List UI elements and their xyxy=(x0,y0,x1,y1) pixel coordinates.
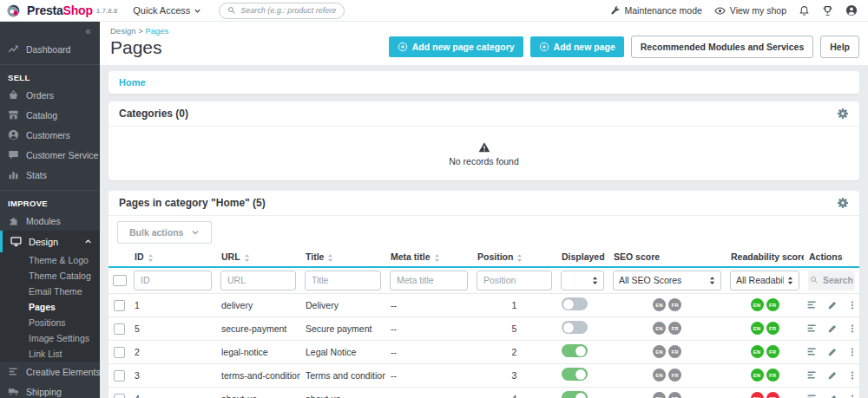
sidebar-item-catalog[interactable]: Catalog xyxy=(0,105,100,125)
displayed-toggle[interactable] xyxy=(562,344,588,357)
sidebar-subitem-positions[interactable]: Positions xyxy=(0,315,100,330)
sidebar-item-customers[interactable]: Customers xyxy=(0,125,100,145)
bulk-actions-button[interactable]: Bulk actions xyxy=(117,221,212,244)
trophy-icon[interactable] xyxy=(822,5,833,16)
details-icon[interactable] xyxy=(806,299,818,310)
column-header-position[interactable]: Position xyxy=(472,249,556,267)
seo-badge-en[interactable]: EN xyxy=(653,322,666,335)
seo-badge-en[interactable]: EN xyxy=(653,298,666,311)
readability-badge-en[interactable]: EN xyxy=(751,345,764,358)
readability-badge-en[interactable]: EN xyxy=(751,369,764,382)
sidebar-item-design[interactable]: Design xyxy=(0,231,100,252)
readability-badge-en[interactable]: EN xyxy=(751,392,764,398)
filter-seo-score-select[interactable]: All SEO Scores xyxy=(613,271,721,290)
add-page-category-button[interactable]: Add new page category xyxy=(389,36,523,57)
sort-icon[interactable] xyxy=(434,253,440,263)
more-actions-icon[interactable] xyxy=(847,370,858,381)
details-icon[interactable] xyxy=(806,323,818,334)
gear-icon[interactable] xyxy=(837,197,849,209)
edit-icon[interactable] xyxy=(827,323,838,334)
sidebar-item-creative-elements[interactable]: Creative Elements xyxy=(0,362,100,382)
bell-icon[interactable] xyxy=(799,5,810,16)
edit-icon[interactable] xyxy=(827,394,838,398)
readability-badge-fr[interactable]: FR xyxy=(766,392,779,398)
sidebar-subitem-pages[interactable]: Pages xyxy=(0,299,100,315)
more-actions-icon[interactable] xyxy=(847,347,858,357)
recommended-modules-button[interactable]: Recommended Modules and Services xyxy=(631,36,813,58)
sidebar-item-stats[interactable]: Stats xyxy=(0,165,100,185)
sidebar-item-shipping[interactable]: Shipping xyxy=(0,382,100,398)
breadcrumb-parent[interactable]: Design xyxy=(110,26,136,36)
displayed-toggle[interactable] xyxy=(562,297,588,310)
readability-badge-fr[interactable]: FR xyxy=(766,298,779,311)
readability-badge-fr[interactable]: FR xyxy=(766,369,779,382)
filter-title-input[interactable] xyxy=(305,271,381,290)
filter-url-input[interactable] xyxy=(220,271,296,290)
sidebar-subitem-theme-logo[interactable]: Theme & Logo xyxy=(0,252,100,268)
row-checkbox[interactable] xyxy=(114,394,125,398)
readability-badge-fr[interactable]: FR xyxy=(766,322,779,335)
column-header-meta-title[interactable]: Meta title xyxy=(385,249,472,267)
more-actions-icon[interactable] xyxy=(847,323,858,334)
help-button[interactable]: Help xyxy=(820,36,859,58)
displayed-toggle[interactable] xyxy=(562,321,588,334)
sidebar-subitem-email-theme[interactable]: Email Theme xyxy=(0,284,100,299)
filter-id-input[interactable] xyxy=(134,271,212,290)
filter-readability-select[interactable]: All Readability Score: xyxy=(730,271,799,290)
maintenance-mode-link[interactable]: Maintenance mode xyxy=(610,5,702,16)
gear-icon[interactable] xyxy=(837,108,849,120)
displayed-toggle[interactable] xyxy=(562,368,588,381)
seo-badge-fr[interactable]: FR xyxy=(668,298,681,311)
row-checkbox[interactable] xyxy=(114,347,125,358)
sort-icon[interactable] xyxy=(327,253,333,263)
filter-meta-title-input[interactable] xyxy=(390,271,468,290)
displayed-toggle[interactable] xyxy=(562,391,588,398)
search-input[interactable] xyxy=(240,6,336,15)
select-all-checkbox[interactable] xyxy=(113,275,127,286)
more-actions-icon[interactable] xyxy=(847,300,858,310)
view-my-shop-link[interactable]: View my shop xyxy=(714,5,786,16)
edit-icon[interactable] xyxy=(827,347,838,357)
details-icon[interactable] xyxy=(806,369,818,381)
edit-icon[interactable] xyxy=(827,370,838,381)
column-header-title[interactable]: Title xyxy=(300,249,385,267)
quick-access-menu[interactable]: Quick Access xyxy=(133,5,201,16)
edit-icon[interactable] xyxy=(827,300,838,310)
sidebar-subitem-image-settings[interactable]: Image Settings xyxy=(0,330,100,346)
row-checkbox[interactable] xyxy=(114,323,125,335)
seo-badge-fr[interactable]: FR xyxy=(668,392,681,398)
readability-badge-en[interactable]: EN xyxy=(751,322,764,335)
column-header-url[interactable]: URL xyxy=(216,249,300,267)
seo-badge-en[interactable]: EN xyxy=(653,392,666,398)
sort-icon[interactable] xyxy=(244,253,250,263)
sort-icon[interactable] xyxy=(516,253,523,263)
sidebar-item-dashboard[interactable]: Dashboard xyxy=(0,39,100,59)
readability-badge-fr[interactable]: FR xyxy=(766,345,779,358)
sidebar-item-modules[interactable]: Modules xyxy=(0,211,100,231)
seo-badge-fr[interactable]: FR xyxy=(668,322,681,335)
more-actions-icon[interactable] xyxy=(847,394,858,398)
home-category-link[interactable]: Home xyxy=(119,77,146,88)
seo-badge-en[interactable]: EN xyxy=(653,345,666,358)
column-header-displayed[interactable]: Displayed xyxy=(556,249,608,267)
filter-position-input[interactable] xyxy=(477,271,552,290)
column-header-id[interactable]: ID xyxy=(129,249,216,267)
search-button[interactable]: Search xyxy=(808,271,855,290)
seo-badge-fr[interactable]: FR xyxy=(668,345,681,358)
sort-icon[interactable] xyxy=(148,253,154,263)
row-checkbox[interactable] xyxy=(114,300,125,311)
row-checkbox[interactable] xyxy=(114,370,125,382)
sidebar-subitem-theme-catalog[interactable]: Theme Catalog xyxy=(0,268,100,284)
user-account-icon[interactable] xyxy=(845,4,858,16)
sidebar-subitem-link-list[interactable]: Link List xyxy=(0,346,100,362)
sidebar-collapse-button[interactable]: « xyxy=(0,22,100,39)
details-icon[interactable] xyxy=(806,346,818,357)
sidebar-item-orders[interactable]: Orders xyxy=(0,85,100,105)
global-search[interactable] xyxy=(219,3,345,19)
details-icon[interactable] xyxy=(806,393,818,398)
sidebar-item-customer-service[interactable]: Customer Service xyxy=(0,145,100,165)
filter-displayed-select[interactable] xyxy=(561,271,604,290)
seo-badge-fr[interactable]: FR xyxy=(668,369,681,382)
seo-badge-en[interactable]: EN xyxy=(653,369,666,382)
add-page-button[interactable]: Add new page xyxy=(530,36,624,57)
